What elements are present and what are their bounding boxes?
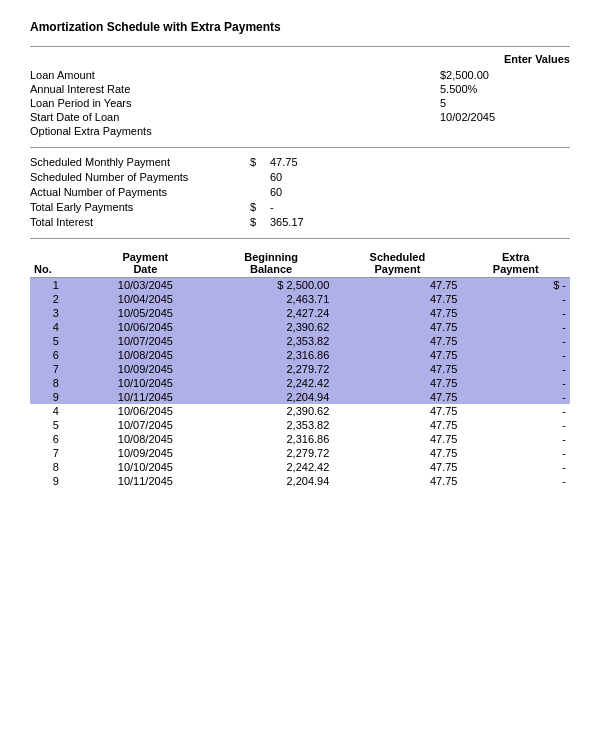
input-value-3[interactable]: 10/02/2045 <box>440 111 570 123</box>
cell-date: 10/04/2045 <box>82 292 209 306</box>
cell-scheduled: 47.75 <box>333 390 461 404</box>
summary-label-3: Total Early Payments <box>30 201 250 213</box>
cell-scheduled: 47.75 <box>333 348 461 362</box>
summary-value-0: 47.75 <box>270 156 570 168</box>
col-header-date: PaymentDate <box>82 249 209 278</box>
cell-date: 10/06/2045 <box>82 320 209 334</box>
cell-scheduled: 47.75 <box>333 376 461 390</box>
summary-value-1: 60 <box>270 171 570 183</box>
cell-scheduled: 47.75 <box>333 292 461 306</box>
divider-table-top <box>30 238 570 239</box>
input-value-0[interactable]: $2,500.00 <box>440 69 570 81</box>
cell-date: 10/11/2045 <box>82 390 209 404</box>
table-row: 810/10/20452,242.4247.75- <box>30 460 570 474</box>
cell-scheduled: 47.75 <box>333 320 461 334</box>
cell-date: 10/07/2045 <box>82 418 209 432</box>
table-row: 510/07/20452,353.8247.75- <box>30 418 570 432</box>
input-label-1: Annual Interest Rate <box>30 83 250 95</box>
cell-extra: - <box>461 390 570 404</box>
summary-value-2: 60 <box>270 186 570 198</box>
cell-date: 10/07/2045 <box>82 334 209 348</box>
cell-no: 4 <box>30 404 82 418</box>
summary-value-4: 365.17 <box>270 216 570 228</box>
cell-balance: 2,353.82 <box>209 334 333 348</box>
table-row: 610/08/20452,316.8647.75- <box>30 348 570 362</box>
cell-extra: - <box>461 460 570 474</box>
input-value-4 <box>440 125 570 137</box>
cell-balance: 2,204.94 <box>209 390 333 404</box>
cell-date: 10/05/2045 <box>82 306 209 320</box>
input-spacer-3 <box>250 111 440 123</box>
table-row: 610/08/20452,316.8647.75- <box>30 432 570 446</box>
table-row: 410/06/20452,390.6247.75- <box>30 320 570 334</box>
cell-extra: - <box>461 306 570 320</box>
col-header-extra: ExtraPayment <box>461 249 570 278</box>
cell-extra: - <box>461 292 570 306</box>
col-header-scheduled: ScheduledPayment <box>333 249 461 278</box>
cell-extra: - <box>461 362 570 376</box>
col-header-no: No. <box>30 249 82 278</box>
summary-dollar-0: $ <box>250 156 270 168</box>
cell-extra: - <box>461 404 570 418</box>
cell-no: 7 <box>30 362 82 376</box>
cell-extra: - <box>461 376 570 390</box>
cell-no: 1 <box>30 278 82 293</box>
cell-extra: - <box>461 334 570 348</box>
cell-balance: 2,390.62 <box>209 320 333 334</box>
cell-date: 10/03/2045 <box>82 278 209 293</box>
enter-values-header: Enter Values <box>440 53 570 67</box>
input-value-1[interactable]: 5.500% <box>440 83 570 95</box>
table-row: 410/06/20452,390.6247.75- <box>30 404 570 418</box>
amortization-table-container: No. PaymentDate BeginningBalance Schedul… <box>30 249 570 488</box>
cell-balance: 2,316.86 <box>209 432 333 446</box>
input-label-4: Optional Extra Payments <box>30 125 250 137</box>
table-row: 710/09/20452,279.7247.75- <box>30 362 570 376</box>
cell-scheduled: 47.75 <box>333 334 461 348</box>
cell-balance: 2,204.94 <box>209 474 333 488</box>
summary-label-4: Total Interest <box>30 216 250 228</box>
summary-dollar-2 <box>250 186 270 198</box>
cell-scheduled: 47.75 <box>333 404 461 418</box>
cell-scheduled: 47.75 <box>333 306 461 320</box>
cell-no: 5 <box>30 334 82 348</box>
cell-balance: $ 2,500.00 <box>209 278 333 293</box>
cell-date: 10/10/2045 <box>82 460 209 474</box>
page-title: Amortization Schedule with Extra Payment… <box>30 20 570 34</box>
summary-section: Scheduled Monthly Payment$47.75Scheduled… <box>30 156 570 228</box>
col-header-balance: BeginningBalance <box>209 249 333 278</box>
cell-extra: - <box>461 320 570 334</box>
cell-no: 8 <box>30 460 82 474</box>
cell-scheduled: 47.75 <box>333 418 461 432</box>
cell-no: 2 <box>30 292 82 306</box>
cell-no: 6 <box>30 348 82 362</box>
cell-no: 9 <box>30 474 82 488</box>
amortization-table: No. PaymentDate BeginningBalance Schedul… <box>30 249 570 488</box>
input-section: Enter Values Loan Amount$2,500.00Annual … <box>30 53 570 137</box>
summary-label-0: Scheduled Monthly Payment <box>30 156 250 168</box>
table-row: 510/07/20452,353.8247.75- <box>30 334 570 348</box>
input-spacer-4 <box>250 125 440 137</box>
cell-extra: - <box>461 348 570 362</box>
table-row: 210/04/20452,463.7147.75- <box>30 292 570 306</box>
cell-no: 6 <box>30 432 82 446</box>
input-label-0: Loan Amount <box>30 69 250 81</box>
cell-no: 8 <box>30 376 82 390</box>
input-spacer-0 <box>250 69 440 81</box>
divider-middle <box>30 147 570 148</box>
cell-balance: 2,279.72 <box>209 446 333 460</box>
cell-extra: - <box>461 418 570 432</box>
cell-balance: 2,279.72 <box>209 362 333 376</box>
input-value-2[interactable]: 5 <box>440 97 570 109</box>
cell-extra: - <box>461 446 570 460</box>
input-label-2: Loan Period in Years <box>30 97 250 109</box>
cell-extra: - <box>461 474 570 488</box>
cell-scheduled: 47.75 <box>333 474 461 488</box>
cell-extra: - <box>461 432 570 446</box>
summary-dollar-1 <box>250 171 270 183</box>
cell-scheduled: 47.75 <box>333 362 461 376</box>
summary-label-2: Actual Number of Payments <box>30 186 250 198</box>
cell-balance: 2,242.42 <box>209 460 333 474</box>
cell-balance: 2,242.42 <box>209 376 333 390</box>
summary-dollar-4: $ <box>250 216 270 228</box>
cell-date: 10/09/2045 <box>82 362 209 376</box>
